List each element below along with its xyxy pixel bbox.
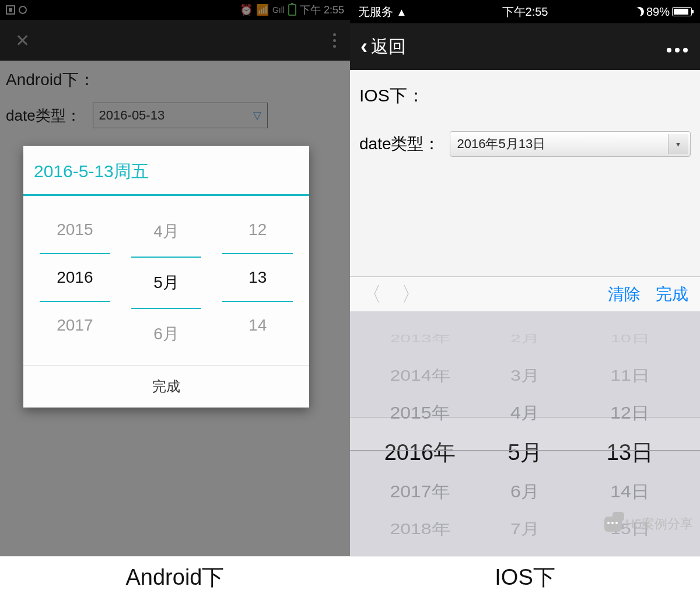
day-column[interactable]: 12 13 14 — [212, 206, 303, 359]
status-time: 下午2:55 — [502, 4, 548, 20]
wifi-icon: ▲ — [397, 6, 407, 18]
wechat-icon — [604, 517, 622, 532]
back-label: 返回 — [371, 35, 406, 59]
month-wheel[interactable]: 1月 2月 3月 4月 5月 6月 7月 8月 — [473, 311, 578, 556]
year-wheel[interactable]: 2012年 2013年 2014年 2015年 2016年 2017年 2018… — [368, 311, 473, 556]
clear-button[interactable]: 清除 — [608, 285, 640, 303]
ios-nav-bar: ‹ 返回 — [350, 23, 700, 70]
done-button[interactable]: 完成 — [23, 365, 309, 408]
date-input[interactable]: 2016年5月13日 ▾ — [450, 131, 691, 157]
carrier-label: 无服务 — [358, 5, 393, 18]
back-button[interactable]: ‹ 返回 — [360, 34, 406, 59]
chevron-left-icon: ‹ — [360, 34, 368, 59]
month-column[interactable]: 4月 5月 6月 — [121, 206, 212, 359]
date-field-label: date类型： — [359, 133, 440, 155]
android-date-picker: 2016-5-13周五 2015 2016 2017 4月 5月 6月 12 1 — [23, 146, 309, 408]
date-input-value: 2016年5月13日 — [457, 135, 546, 153]
watermark: H5案例分享 — [604, 515, 693, 533]
caption-android: Android下 — [0, 557, 350, 597]
picker-title: 2016-5-13周五 — [23, 146, 309, 196]
ios-heading: IOS下： — [359, 84, 691, 108]
more-button[interactable] — [665, 37, 690, 57]
done-button[interactable]: 完成 — [656, 285, 688, 303]
battery-icon — [672, 7, 692, 16]
caption-ios: IOS下 — [350, 557, 700, 597]
year-column[interactable]: 2015 2016 2017 — [29, 206, 121, 359]
do-not-disturb-icon — [634, 6, 646, 18]
ios-status-bar: 无服务 ▲ 下午2:55 89% — [350, 0, 700, 23]
battery-percent: 89% — [646, 5, 670, 19]
caption-row: Android下 IOS下 — [0, 556, 700, 597]
next-field-button[interactable]: 〉 — [401, 283, 421, 305]
dropdown-icon: ▾ — [668, 134, 688, 154]
prev-field-button[interactable]: 〈 — [362, 283, 382, 305]
picker-toolbar: 〈 〉 清除 完成 — [350, 276, 700, 311]
